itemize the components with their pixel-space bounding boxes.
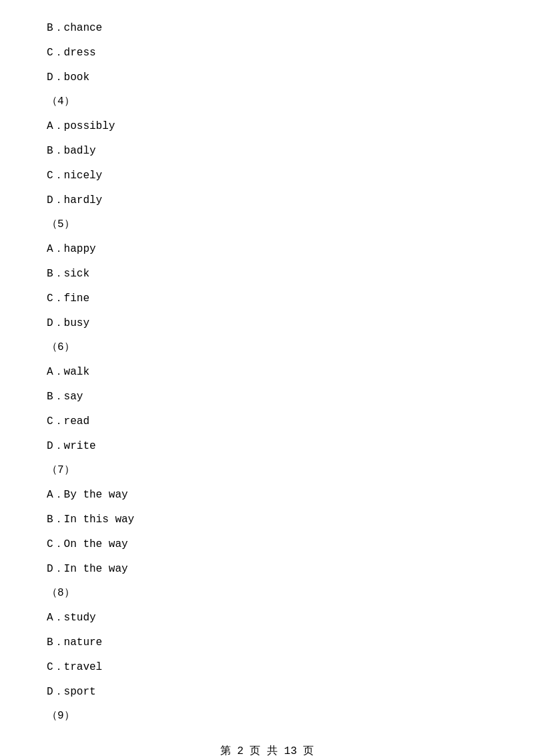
d-book: D．book [47, 68, 487, 87]
b-in-this-way: B．In this way [47, 510, 487, 530]
c-fine: C．fine [47, 289, 487, 309]
a-happy: A．happy [47, 240, 487, 259]
b-say: B．say [47, 387, 487, 407]
c-dress: C．dress [47, 43, 487, 63]
b-nature: B．nature [47, 633, 487, 652]
label-7: （7） [47, 461, 487, 480]
c-nicely: C．nicely [47, 166, 487, 186]
label-4: （4） [47, 92, 487, 112]
a-by-the-way: A．By the way [47, 486, 487, 505]
c-read: C．read [47, 412, 487, 431]
label-9: （9） [47, 707, 487, 726]
label-6: （6） [47, 338, 487, 357]
d-hardly: D．hardly [47, 191, 487, 210]
footer-text: 第 2 页 共 13 页 [220, 745, 314, 756]
d-sport: D．sport [47, 683, 487, 702]
b-chance: B．chance [47, 19, 487, 38]
page-footer: 第 2 页 共 13 页 [0, 744, 534, 756]
a-study: A．study [47, 608, 487, 628]
b-badly: B．badly [47, 142, 487, 161]
main-content: B．chanceC．dressD．book（4）A．possiblyB．badl… [0, 0, 534, 756]
label-5: （5） [47, 215, 487, 234]
d-write: D．write [47, 437, 487, 456]
a-possibly: A．possibly [47, 117, 487, 136]
d-busy: D．busy [47, 314, 487, 333]
c-on-the-way: C．On the way [47, 535, 487, 554]
label-8: （8） [47, 584, 487, 603]
d-in-the-way: D．In the way [47, 560, 487, 579]
b-sick: B．sick [47, 264, 487, 284]
a-walk: A．walk [47, 363, 487, 382]
c-travel: C．travel [47, 658, 487, 677]
